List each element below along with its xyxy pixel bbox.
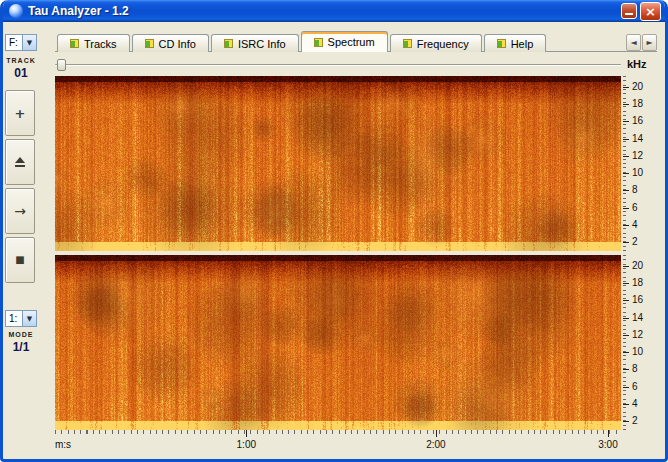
freq-tick-label: 8 [632, 364, 638, 374]
time-tick-label: 2:00 [426, 439, 445, 450]
mode-value: 1/1 [3, 340, 39, 354]
slider-thumb[interactable] [57, 59, 66, 71]
app-window: Tau Analyzer - 1.2 × F: ▼ TRACK 01 +→■ 1… [0, 0, 668, 462]
tab-icon [224, 39, 233, 48]
freq-tick-label: 4 [632, 220, 638, 230]
freq-tick-mark [623, 242, 629, 243]
freq-axis-unit: kHz [627, 58, 647, 70]
freq-tick-mark [623, 421, 629, 422]
plus-icon: + [15, 107, 26, 120]
tab-icon [403, 39, 412, 48]
stop-icon: ■ [15, 255, 24, 265]
eject-icon [15, 157, 25, 167]
window-body: F: ▼ TRACK 01 +→■ 1: ▼ MODE 1/1 TracksCD… [3, 22, 665, 459]
tab-frequency[interactable]: Frequency [390, 34, 482, 52]
drive-combobox-value[interactable]: F: [5, 34, 22, 51]
freq-tick-mark [623, 335, 629, 336]
freq-tick-label: 12 [632, 330, 643, 340]
freq-tick-label: 16 [632, 295, 643, 305]
tab-icon [145, 39, 154, 48]
freq-tick-mark [623, 369, 629, 370]
time-axis: m:s 1:002:003:00 [55, 430, 621, 456]
freq-tick-label: 10 [632, 347, 643, 357]
freq-tick-label: 2 [632, 237, 638, 247]
mode-label: MODE [3, 331, 39, 338]
time-axis-unit: m:s [55, 439, 71, 450]
app-icon[interactable] [9, 4, 23, 18]
tab-label: CD Info [159, 38, 196, 50]
freq-tick-mark [623, 283, 629, 284]
freq-axis-top: 2018161412108642 [623, 76, 663, 251]
time-tick-mark [436, 430, 437, 437]
freq-tick-label: 6 [632, 382, 638, 392]
freq-tick-mark [623, 300, 629, 301]
scroll-left-icon[interactable]: ◄ [626, 34, 641, 51]
position-slider[interactable] [55, 58, 621, 72]
spectrogram-right-channel [55, 255, 621, 430]
minimize-button[interactable] [621, 3, 637, 19]
time-tick-label: 3:00 [598, 439, 617, 450]
drive-combobox[interactable]: F: ▼ [5, 34, 37, 51]
freq-tick-mark [623, 87, 629, 88]
eject-button[interactable] [5, 139, 35, 185]
close-button[interactable]: × [640, 2, 661, 21]
play-button[interactable]: + [5, 90, 35, 136]
freq-tick-label: 10 [632, 168, 643, 178]
slider-groove[interactable] [55, 64, 621, 66]
freq-tick-label: 18 [632, 99, 643, 109]
freq-tick-mark [623, 208, 629, 209]
tab-label: Help [511, 38, 534, 50]
freq-tick-label: 8 [632, 185, 638, 195]
transport-buttons: +→■ [5, 90, 35, 283]
freq-tick-label: 20 [632, 82, 643, 92]
time-tick-mark [608, 430, 609, 437]
freq-tick-mark [623, 387, 629, 388]
stop-button[interactable]: ■ [5, 237, 35, 283]
tab-bar: TracksCD InfoISRC InfoSpectrumFrequencyH… [57, 32, 546, 52]
track-label: TRACK [3, 57, 39, 64]
tab-icon [497, 39, 506, 48]
mode-combobox[interactable]: 1: ▼ [5, 310, 37, 327]
freq-tick-label: 6 [632, 203, 638, 213]
scroll-right-icon[interactable]: ► [642, 34, 657, 51]
freq-tick-label: 16 [632, 116, 643, 126]
freq-tick-label: 14 [632, 134, 643, 144]
freq-tick-label: 14 [632, 313, 643, 323]
track-value: 01 [3, 66, 39, 80]
freq-tick-mark [623, 156, 629, 157]
time-tick-mark [246, 430, 247, 437]
tab-label: Frequency [417, 38, 469, 50]
freq-tick-mark [623, 404, 629, 405]
tab-label: Spectrum [328, 36, 375, 48]
spectrogram-left-channel [55, 76, 621, 251]
freq-tick-mark [623, 318, 629, 319]
chevron-down-icon[interactable]: ▼ [22, 34, 37, 51]
freq-tick-label: 12 [632, 151, 643, 161]
mode-combobox-value[interactable]: 1: [5, 310, 22, 327]
time-minor-ticks [55, 430, 621, 434]
tab-isrc-info[interactable]: ISRC Info [211, 34, 299, 52]
freq-tick-mark [623, 139, 629, 140]
freq-tick-mark [623, 104, 629, 105]
tab-cd-info[interactable]: CD Info [132, 34, 209, 52]
freq-tick-label: 20 [632, 261, 643, 271]
freq-tick-mark [623, 173, 629, 174]
tab-label: Tracks [84, 38, 117, 50]
tab-tracks[interactable]: Tracks [57, 34, 130, 52]
chevron-down-icon[interactable]: ▼ [22, 310, 37, 327]
tab-icon [70, 39, 79, 48]
tab-icon [314, 38, 323, 47]
freq-tick-mark [623, 266, 629, 267]
freq-tick-label: 18 [632, 278, 643, 288]
tab-help[interactable]: Help [484, 34, 547, 52]
tab-spectrum[interactable]: Spectrum [301, 31, 388, 52]
window-title: Tau Analyzer - 1.2 [28, 4, 621, 18]
freq-tick-mark [623, 352, 629, 353]
titlebar-buttons: × [621, 2, 661, 21]
next-button[interactable]: → [5, 188, 35, 234]
time-tick-label: 1:00 [237, 439, 256, 450]
freq-tick-mark [623, 225, 629, 226]
freq-tick-mark [623, 121, 629, 122]
arrow-right-icon: → [14, 204, 26, 218]
freq-tick-label: 4 [632, 399, 638, 409]
